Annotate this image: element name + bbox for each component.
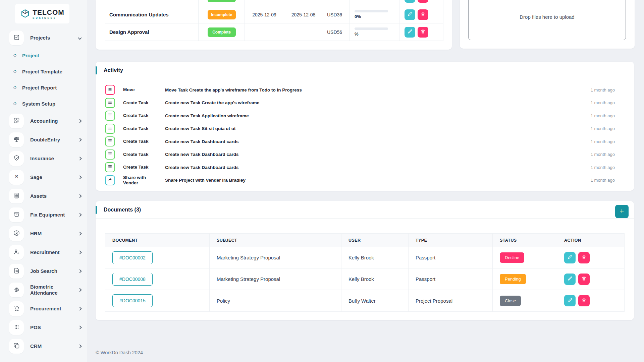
sidebar-item-pos[interactable]: POS (0, 318, 87, 337)
task-row: Design Approval Complete USD56 % (105, 23, 443, 41)
delete-task-button[interactable] (418, 9, 428, 20)
sidebar-item-icon-box (9, 339, 24, 354)
sidebar-nav: Projects Project Project Template Projec… (0, 28, 87, 356)
edit-task-button[interactable] (405, 27, 415, 38)
sidebar-item-icon-box (9, 151, 24, 166)
sidebar-subitem-project[interactable]: Project (0, 47, 87, 63)
activity-action: Create Task (123, 126, 160, 131)
sidebar-item-label: Biometric Attendance (30, 284, 78, 296)
activity-timestamp: 1 month ago (571, 126, 615, 131)
pencil-icon (407, 11, 413, 18)
edit-document-button[interactable] (564, 295, 576, 306)
task-list-icon (107, 112, 113, 119)
task-end-cell: 2025-12-08 (284, 6, 323, 23)
move-icon (107, 86, 113, 93)
sidebar-subitem-project-template[interactable]: Project Template (0, 63, 87, 79)
delete-task-button[interactable] (418, 0, 428, 3)
bullet-icon (13, 69, 17, 74)
sidebar-item-sage[interactable]: S Sage (0, 168, 87, 187)
document-status-cell: Close (493, 290, 557, 311)
delete-document-button[interactable] (578, 252, 590, 263)
sidebar-item-insurance[interactable]: Insurance (0, 149, 87, 168)
edit-task-button[interactable] (405, 9, 415, 20)
sidebar-item-label: Recruitment (30, 249, 78, 255)
trash-icon (581, 298, 587, 304)
add-document-button[interactable] (615, 205, 629, 218)
activity-description: Create new Task Dashboard cards (165, 165, 571, 170)
sidebar-item-crm[interactable]: CRM (0, 337, 87, 356)
task-status-cell: Complete (199, 0, 245, 6)
file-dropzone[interactable]: Drop files here to upload (468, 0, 626, 40)
task-end-cell (284, 23, 323, 41)
progress-percent: % (355, 32, 359, 37)
bullet-icon (13, 102, 17, 106)
trash-icon (420, 11, 426, 18)
col-user: User (341, 234, 409, 247)
activity-title: Activity (104, 67, 123, 73)
document-actions-cell (557, 290, 624, 311)
task-start-cell: 2025-12-09 (245, 6, 284, 23)
activity-action: Create Task (123, 100, 160, 106)
sidebar-subitem-label: Project Report (22, 85, 57, 90)
person-plus-icon (13, 248, 20, 257)
activity-description: Create new Task Dashboard cards (165, 152, 571, 157)
sidebar-item-biometric-attendance[interactable]: Biometric Attendance (0, 281, 87, 299)
sidebar-subitem-project-report[interactable]: Project Report (0, 79, 87, 96)
sidebar-item-procurement[interactable]: Procurement (0, 299, 87, 318)
sidebar-item-fix-equipment[interactable]: Fix Equipment (0, 205, 87, 224)
sidebar-item-doubleentry[interactable]: DoubleEntry (0, 130, 87, 149)
delete-task-button[interactable] (418, 27, 428, 38)
document-status-cell: Decline (493, 247, 557, 268)
status-badge[interactable]: Close (500, 296, 521, 306)
sidebar-item-icon-box (9, 189, 24, 203)
upload-card: Drop files here to upload (460, 0, 635, 49)
delete-document-button[interactable] (578, 295, 590, 306)
status-badge: Complete (208, 27, 236, 37)
document-id-button[interactable]: #DOC00015 (112, 294, 153, 307)
status-badge[interactable]: Decline (500, 252, 524, 263)
sidebar-item-accounting[interactable]: Accounting (0, 112, 87, 130)
edit-task-button[interactable] (405, 0, 415, 3)
sidebar-item-projects[interactable]: Projects (0, 28, 87, 47)
activity-timestamp: 1 month ago (571, 139, 615, 144)
activity-timestamp: 1 month ago (571, 113, 615, 118)
task-progress-cell: 85% (350, 0, 399, 6)
task-name-cell: Communication Updates (105, 6, 199, 23)
edit-document-button[interactable] (564, 274, 576, 285)
delete-document-button[interactable] (578, 274, 590, 285)
sidebar-item-assets[interactable]: Assets (0, 187, 87, 205)
activity-action: Create Task (123, 165, 160, 170)
documents-header: Documents (3) (96, 201, 634, 219)
document-search-icon (13, 267, 20, 276)
sidebar-item-label: CRM (30, 343, 78, 349)
activity-action: Create Task (123, 139, 160, 144)
col-action: Action (557, 234, 624, 247)
document-id-button[interactable]: #DOC00002 (112, 251, 153, 264)
chevron-icon (78, 288, 82, 292)
sidebar-item-icon-box (9, 264, 24, 279)
chevron-icon (78, 119, 82, 123)
sidebar-subitem-system-setup[interactable]: System Setup (0, 96, 87, 112)
dropzone-text: Drop files here to upload (520, 14, 574, 20)
brand-logo[interactable]: TELCOM BUSINESS (15, 4, 69, 23)
task-status-cell: Incomplete (199, 6, 245, 23)
activity-item: Create Task Create new Task Dashboard ca… (105, 135, 615, 148)
activity-card: Activity Move Move Task Create the app's… (96, 62, 634, 191)
edit-document-button[interactable] (564, 252, 576, 263)
grid-dots-icon (13, 323, 20, 332)
sidebar-item-job-search[interactable]: Job Search (0, 262, 87, 281)
task-list-icon (107, 125, 113, 132)
documents-title: Documents (3) (104, 207, 141, 213)
task-name-cell: g (105, 0, 199, 6)
document-id-button[interactable]: #DOC00008 (112, 273, 153, 286)
shield-check-icon (13, 155, 20, 163)
task-list-icon (107, 151, 113, 158)
sidebar: TELCOM BUSINESS Projects Project Project… (0, 0, 87, 362)
activity-list: Move Move Task Create the app's wirefram… (96, 79, 634, 187)
sidebar-item-recruitment[interactable]: Recruitment (0, 243, 87, 262)
activity-description: Share Project with Vender Ira Bradley (165, 178, 571, 183)
sidebar-item-hrm[interactable]: HRM (0, 224, 87, 243)
sidebar-item-icon-box (9, 207, 24, 222)
document-id-cell: #DOC00008 (105, 268, 210, 290)
status-badge[interactable]: Pending (500, 274, 526, 284)
